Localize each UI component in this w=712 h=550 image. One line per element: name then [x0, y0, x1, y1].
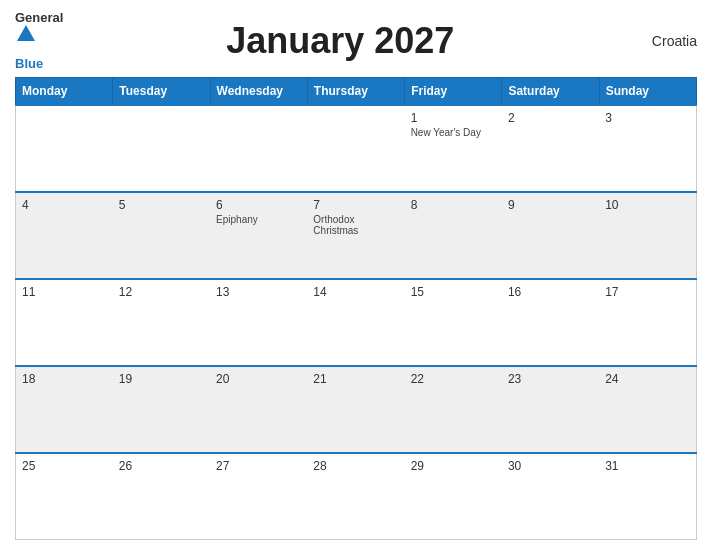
calendar-cell: 27 [210, 453, 307, 540]
day-number: 4 [22, 198, 107, 212]
day-number: 10 [605, 198, 690, 212]
weekday-header-saturday: Saturday [502, 78, 599, 106]
day-number: 31 [605, 459, 690, 473]
day-number: 25 [22, 459, 107, 473]
calendar-week-row: 456Epiphany7Orthodox Christmas8910 [16, 192, 697, 279]
day-number: 17 [605, 285, 690, 299]
day-number: 5 [119, 198, 204, 212]
calendar-cell: 2 [502, 105, 599, 192]
weekday-header-thursday: Thursday [307, 78, 404, 106]
holiday-label: Epiphany [216, 214, 301, 225]
calendar-cell: 15 [405, 279, 502, 366]
calendar-cell: 23 [502, 366, 599, 453]
calendar-cell: 3 [599, 105, 696, 192]
weekday-header-tuesday: Tuesday [113, 78, 210, 106]
calendar-cell: 10 [599, 192, 696, 279]
calendar-cell: 31 [599, 453, 696, 540]
calendar-week-row: 18192021222324 [16, 366, 697, 453]
day-number: 6 [216, 198, 301, 212]
day-number: 23 [508, 372, 593, 386]
calendar-cell: 24 [599, 366, 696, 453]
logo: General Blue [15, 10, 63, 71]
day-number: 26 [119, 459, 204, 473]
day-number: 27 [216, 459, 301, 473]
weekday-header-row: MondayTuesdayWednesdayThursdayFridaySatu… [16, 78, 697, 106]
weekday-header-monday: Monday [16, 78, 113, 106]
calendar-cell: 9 [502, 192, 599, 279]
calendar-week-row: 1New Year's Day23 [16, 105, 697, 192]
calendar-cell: 16 [502, 279, 599, 366]
calendar-cell: 11 [16, 279, 113, 366]
calendar-cell: 19 [113, 366, 210, 453]
day-number: 20 [216, 372, 301, 386]
calendar-cell [307, 105, 404, 192]
day-number: 12 [119, 285, 204, 299]
country-label: Croatia [617, 33, 697, 49]
calendar-cell: 17 [599, 279, 696, 366]
calendar-cell: 7Orthodox Christmas [307, 192, 404, 279]
calendar-cell: 5 [113, 192, 210, 279]
calendar-cell [113, 105, 210, 192]
calendar-week-row: 25262728293031 [16, 453, 697, 540]
day-number: 11 [22, 285, 107, 299]
calendar-cell: 22 [405, 366, 502, 453]
day-number: 8 [411, 198, 496, 212]
calendar-cell: 1New Year's Day [405, 105, 502, 192]
day-number: 7 [313, 198, 398, 212]
calendar-cell: 30 [502, 453, 599, 540]
calendar-week-row: 11121314151617 [16, 279, 697, 366]
calendar-cell: 26 [113, 453, 210, 540]
day-number: 19 [119, 372, 204, 386]
calendar-cell: 25 [16, 453, 113, 540]
holiday-label: New Year's Day [411, 127, 496, 138]
day-number: 16 [508, 285, 593, 299]
day-number: 9 [508, 198, 593, 212]
calendar-cell: 13 [210, 279, 307, 366]
calendar-cell: 6Epiphany [210, 192, 307, 279]
header: General Blue January 2027 Croatia [15, 10, 697, 71]
weekday-header-wednesday: Wednesday [210, 78, 307, 106]
weekday-header-sunday: Sunday [599, 78, 696, 106]
calendar-table: MondayTuesdayWednesdayThursdayFridaySatu… [15, 77, 697, 540]
day-number: 21 [313, 372, 398, 386]
weekday-header-friday: Friday [405, 78, 502, 106]
day-number: 28 [313, 459, 398, 473]
calendar-cell: 8 [405, 192, 502, 279]
holiday-label: Orthodox Christmas [313, 214, 398, 236]
day-number: 14 [313, 285, 398, 299]
calendar-cell: 28 [307, 453, 404, 540]
day-number: 3 [605, 111, 690, 125]
calendar-cell: 21 [307, 366, 404, 453]
logo-blue-text: Blue [15, 56, 43, 71]
day-number: 15 [411, 285, 496, 299]
day-number: 22 [411, 372, 496, 386]
calendar-cell: 18 [16, 366, 113, 453]
calendar-cell: 29 [405, 453, 502, 540]
day-number: 18 [22, 372, 107, 386]
day-number: 1 [411, 111, 496, 125]
calendar-cell: 12 [113, 279, 210, 366]
day-number: 24 [605, 372, 690, 386]
day-number: 29 [411, 459, 496, 473]
calendar-cell: 20 [210, 366, 307, 453]
day-number: 30 [508, 459, 593, 473]
day-number: 13 [216, 285, 301, 299]
page: General Blue January 2027 Croatia Monday… [0, 0, 712, 550]
calendar-title: January 2027 [63, 20, 617, 62]
calendar-cell: 14 [307, 279, 404, 366]
calendar-cell: 4 [16, 192, 113, 279]
logo-triangle-icon [17, 25, 35, 41]
logo-general-text: General [15, 10, 63, 25]
day-number: 2 [508, 111, 593, 125]
calendar-cell [210, 105, 307, 192]
calendar-cell [16, 105, 113, 192]
